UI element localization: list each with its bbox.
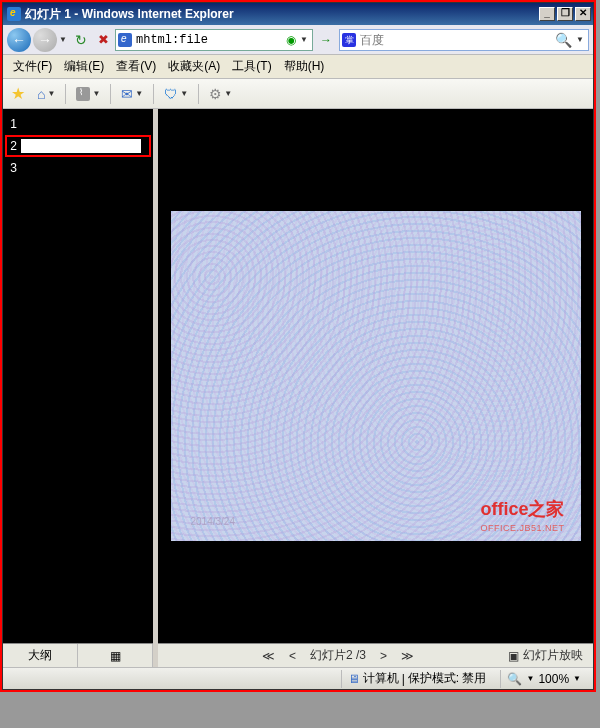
content-area: 1 2 3 大纲 ▦ 2014/3/24 [3, 109, 593, 667]
titlebar: e 幻灯片 1 - Windows Internet Explorer _ ❐ … [3, 3, 593, 25]
go-button[interactable]: → [315, 29, 337, 51]
menu-favorites[interactable]: 收藏夹(A) [162, 56, 226, 77]
menu-view[interactable]: 查看(V) [110, 56, 162, 77]
tools-button[interactable]: ⚙▼ [205, 83, 236, 105]
zoom-icon: 🔍 [507, 672, 522, 686]
nav-history-dropdown[interactable]: ▼ [59, 35, 69, 44]
safety-button[interactable]: 🛡▼ [160, 83, 192, 105]
slides-tab-icon: ▦ [110, 649, 121, 663]
prev-slide-button[interactable]: < [289, 649, 296, 663]
slide-counter: 幻灯片2 /3 [310, 647, 366, 664]
slideshow-icon: ▣ [508, 649, 519, 663]
compat-view-icon[interactable]: ◉ [286, 33, 296, 47]
address-dropdown[interactable]: ▼ [300, 35, 310, 44]
read-mail-button[interactable]: ✉▼ [117, 83, 147, 105]
slide-thumb [21, 161, 141, 175]
zoom-control[interactable]: 🔍 ▼ 100% ▼ [500, 670, 587, 688]
slide-item-3[interactable]: 3 [7, 159, 149, 177]
slide-canvas: 2014/3/24 office之家 OFFICE.JB51.NET [171, 211, 581, 541]
slideshow-label: 幻灯片放映 [523, 647, 583, 664]
next-slide-button[interactable]: > [380, 649, 387, 663]
slide-number: 3 [7, 161, 17, 175]
zoom-value: 100% [538, 672, 569, 686]
favorites-button[interactable]: ★ [7, 83, 29, 105]
zone-indicator[interactable]: 🖥 计算机 | 保护模式: 禁用 [341, 670, 493, 688]
slide-logo-text: office之家 [480, 497, 564, 521]
menubar: 文件(F) 编辑(E) 查看(V) 收藏夹(A) 工具(T) 帮助(H) [3, 55, 593, 79]
zone-label: 计算机 [363, 670, 399, 687]
separator [198, 84, 199, 104]
menu-file[interactable]: 文件(F) [7, 56, 58, 77]
search-dropdown[interactable]: ▼ [576, 35, 586, 44]
last-slide-button[interactable]: ≫ [401, 649, 414, 663]
slides-tab[interactable]: ▦ [78, 644, 153, 667]
slide-item-1[interactable]: 1 [7, 115, 149, 133]
menu-edit[interactable]: 编辑(E) [58, 56, 110, 77]
separator [65, 84, 66, 104]
forward-button[interactable]: → [33, 28, 57, 52]
command-bar: ★ ⌂▼ ⌇▼ ✉▼ 🛡▼ ⚙▼ [3, 79, 593, 109]
slide-viewport: 2014/3/24 office之家 OFFICE.JB51.NET [158, 109, 593, 643]
menu-help[interactable]: 帮助(H) [278, 56, 331, 77]
nav-toolbar: ← → ▼ ↻ ✖ ◉ ▼ → 掌 🔍 ▼ [3, 25, 593, 55]
slideshow-button[interactable]: ▣ 幻灯片放映 [508, 647, 583, 664]
slide-number: 1 [7, 117, 17, 131]
page-icon [118, 33, 132, 47]
computer-icon: 🖥 [348, 672, 360, 686]
protected-mode-label: 保护模式: 禁用 [408, 670, 487, 687]
separator [153, 84, 154, 104]
search-input[interactable] [360, 33, 551, 47]
address-input[interactable] [136, 33, 282, 47]
slide-logo-subtext: OFFICE.JB51.NET [480, 523, 564, 533]
window-title: 幻灯片 1 - Windows Internet Explorer [25, 6, 539, 23]
zoom-dropdown[interactable]: ▼ [526, 674, 534, 683]
statusbar: 🖥 计算机 | 保护模式: 禁用 🔍 ▼ 100% ▼ [3, 667, 593, 689]
slide-thumb [21, 139, 141, 153]
slide-pane: 2014/3/24 office之家 OFFICE.JB51.NET ≪ < 幻… [158, 109, 593, 667]
ie-logo-icon: e [7, 7, 21, 21]
search-button[interactable]: 🔍 [555, 32, 572, 48]
stop-button[interactable]: ✖ [93, 30, 113, 50]
minimize-button[interactable]: _ [539, 7, 555, 21]
restore-button[interactable]: ❐ [557, 7, 573, 21]
outline-pane: 1 2 3 大纲 ▦ [3, 109, 153, 667]
address-bar[interactable]: ◉ ▼ [115, 29, 313, 51]
first-slide-button[interactable]: ≪ [262, 649, 275, 663]
separator: | [402, 672, 405, 686]
back-button[interactable]: ← [7, 28, 31, 52]
outline-tab[interactable]: 大纲 [3, 644, 78, 667]
slide-number: 2 [7, 139, 17, 153]
search-bar[interactable]: 掌 🔍 ▼ [339, 29, 589, 51]
feeds-button[interactable]: ⌇▼ [72, 83, 104, 105]
zoom-menu[interactable]: ▼ [573, 674, 581, 683]
slide-item-2[interactable]: 2 [7, 137, 149, 155]
slide-list: 1 2 3 [3, 109, 153, 643]
slide-nav-bar: ≪ < 幻灯片2 /3 > ≫ ▣ 幻灯片放映 [158, 643, 593, 667]
refresh-button[interactable]: ↻ [71, 30, 91, 50]
menu-tools[interactable]: 工具(T) [226, 56, 277, 77]
slide-thumb [21, 117, 141, 131]
baidu-icon: 掌 [342, 33, 356, 47]
slide-date-watermark: 2014/3/24 [191, 516, 236, 527]
home-button[interactable]: ⌂▼ [33, 83, 59, 105]
separator [110, 84, 111, 104]
close-button[interactable]: ✕ [575, 7, 591, 21]
